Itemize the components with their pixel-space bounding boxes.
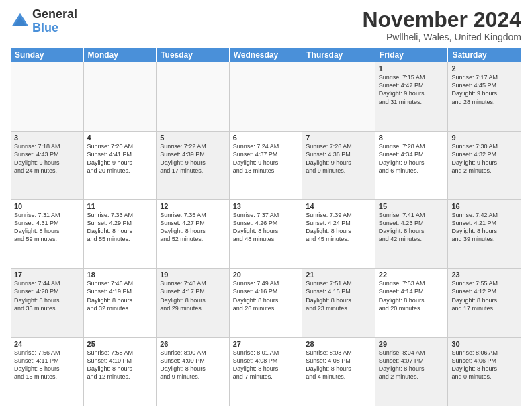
calendar-cell: 17Sunrise: 7:44 AM Sunset: 4:20 PM Dayli… xyxy=(11,269,84,336)
calendar-row-0: 1Sunrise: 7:15 AM Sunset: 4:47 PM Daylig… xyxy=(11,62,521,131)
calendar-cell: 21Sunrise: 7:51 AM Sunset: 4:15 PM Dayli… xyxy=(302,269,375,336)
calendar-cell: 15Sunrise: 7:41 AM Sunset: 4:23 PM Dayli… xyxy=(375,200,449,268)
calendar-cell: 11Sunrise: 7:33 AM Sunset: 4:29 PM Dayli… xyxy=(84,200,157,268)
cell-details: Sunrise: 7:26 AM Sunset: 4:36 PM Dayligh… xyxy=(306,142,371,175)
calendar-row-3: 17Sunrise: 7:44 AM Sunset: 4:20 PM Dayli… xyxy=(11,269,521,337)
cell-details: Sunrise: 7:39 AM Sunset: 4:24 PM Dayligh… xyxy=(306,211,371,244)
logo-blue: Blue xyxy=(32,21,58,34)
day-number: 2 xyxy=(451,64,518,73)
calendar-cell xyxy=(302,62,375,130)
calendar-row-2: 10Sunrise: 7:31 AM Sunset: 4:31 PM Dayli… xyxy=(11,200,521,269)
logo-icon xyxy=(11,12,30,31)
cell-details: Sunrise: 8:00 AM Sunset: 4:09 PM Dayligh… xyxy=(160,349,226,381)
header-sunday: Sunday xyxy=(11,48,84,62)
calendar-cell xyxy=(230,62,303,130)
day-number: 25 xyxy=(87,340,153,348)
day-number: 27 xyxy=(233,340,299,348)
cell-details: Sunrise: 7:55 AM Sunset: 4:12 PM Dayligh… xyxy=(451,279,518,312)
logo-text: General Blue xyxy=(32,8,77,35)
cell-details: Sunrise: 7:20 AM Sunset: 4:41 PM Dayligh… xyxy=(87,142,153,175)
cell-details: Sunrise: 7:41 AM Sunset: 4:23 PM Dayligh… xyxy=(379,211,445,244)
cell-details: Sunrise: 7:56 AM Sunset: 4:11 PM Dayligh… xyxy=(14,349,80,381)
cell-details: Sunrise: 8:03 AM Sunset: 4:08 PM Dayligh… xyxy=(306,349,371,381)
cell-details: Sunrise: 7:31 AM Sunset: 4:31 PM Dayligh… xyxy=(14,211,80,244)
calendar-cell: 23Sunrise: 7:55 AM Sunset: 4:12 PM Dayli… xyxy=(448,269,521,336)
calendar-cell: 14Sunrise: 7:39 AM Sunset: 4:24 PM Dayli… xyxy=(302,200,375,268)
day-number: 14 xyxy=(306,202,371,210)
calendar-cell xyxy=(11,62,84,130)
calendar-cell: 16Sunrise: 7:42 AM Sunset: 4:21 PM Dayli… xyxy=(448,200,521,268)
calendar-cell: 3Sunrise: 7:18 AM Sunset: 4:43 PM Daylig… xyxy=(11,132,84,199)
calendar-cell: 12Sunrise: 7:35 AM Sunset: 4:27 PM Dayli… xyxy=(157,200,230,268)
cell-details: Sunrise: 8:06 AM Sunset: 4:06 PM Dayligh… xyxy=(451,349,518,381)
calendar-cell: 13Sunrise: 7:37 AM Sunset: 4:26 PM Dayli… xyxy=(230,200,303,268)
day-number: 9 xyxy=(451,134,518,142)
calendar-cell: 18Sunrise: 7:46 AM Sunset: 4:19 PM Dayli… xyxy=(84,269,157,336)
cell-details: Sunrise: 7:22 AM Sunset: 4:39 PM Dayligh… xyxy=(160,142,226,175)
calendar-cell: 9Sunrise: 7:30 AM Sunset: 4:32 PM Daylig… xyxy=(448,132,521,199)
day-number: 21 xyxy=(306,271,371,279)
cell-details: Sunrise: 7:42 AM Sunset: 4:21 PM Dayligh… xyxy=(451,211,518,244)
day-number: 17 xyxy=(14,271,80,279)
day-number: 3 xyxy=(14,134,80,142)
day-number: 28 xyxy=(306,340,371,348)
day-number: 19 xyxy=(160,271,226,279)
calendar-cell: 7Sunrise: 7:26 AM Sunset: 4:36 PM Daylig… xyxy=(302,132,375,199)
cell-details: Sunrise: 8:01 AM Sunset: 4:08 PM Dayligh… xyxy=(233,349,299,381)
cell-details: Sunrise: 7:51 AM Sunset: 4:15 PM Dayligh… xyxy=(306,279,371,312)
day-number: 6 xyxy=(233,134,299,142)
cell-details: Sunrise: 7:44 AM Sunset: 4:20 PM Dayligh… xyxy=(14,279,80,312)
header-saturday: Saturday xyxy=(448,48,521,62)
header-wednesday: Wednesday xyxy=(230,48,303,62)
calendar-cell: 22Sunrise: 7:53 AM Sunset: 4:14 PM Dayli… xyxy=(375,269,449,336)
calendar-cell: 30Sunrise: 8:06 AM Sunset: 4:06 PM Dayli… xyxy=(448,338,521,406)
day-number: 13 xyxy=(233,202,299,210)
day-number: 1 xyxy=(379,64,445,73)
month-title: November 2024 xyxy=(362,8,521,32)
day-number: 29 xyxy=(379,340,445,348)
calendar-body: 1Sunrise: 7:15 AM Sunset: 4:47 PM Daylig… xyxy=(11,62,521,406)
logo-general: General xyxy=(32,7,77,21)
calendar-cell: 2Sunrise: 7:17 AM Sunset: 4:45 PM Daylig… xyxy=(448,62,521,130)
header-monday: Monday xyxy=(84,48,157,62)
location: Pwllheli, Wales, United Kingdom xyxy=(362,32,521,42)
day-number: 11 xyxy=(87,202,153,210)
day-number: 23 xyxy=(451,271,518,279)
calendar-cell: 20Sunrise: 7:49 AM Sunset: 4:16 PM Dayli… xyxy=(230,269,303,336)
day-number: 5 xyxy=(160,134,226,142)
cell-details: Sunrise: 7:33 AM Sunset: 4:29 PM Dayligh… xyxy=(87,211,153,244)
cell-details: Sunrise: 7:24 AM Sunset: 4:37 PM Dayligh… xyxy=(233,142,299,175)
calendar-cell: 25Sunrise: 7:58 AM Sunset: 4:10 PM Dayli… xyxy=(84,338,157,406)
day-number: 10 xyxy=(14,202,80,210)
cell-details: Sunrise: 7:37 AM Sunset: 4:26 PM Dayligh… xyxy=(233,211,299,244)
cell-details: Sunrise: 7:35 AM Sunset: 4:27 PM Dayligh… xyxy=(160,211,226,244)
day-number: 18 xyxy=(87,271,153,279)
calendar-cell: 19Sunrise: 7:48 AM Sunset: 4:17 PM Dayli… xyxy=(157,269,230,336)
day-number: 12 xyxy=(160,202,226,210)
cell-details: Sunrise: 7:30 AM Sunset: 4:32 PM Dayligh… xyxy=(451,142,518,175)
cell-details: Sunrise: 7:28 AM Sunset: 4:34 PM Dayligh… xyxy=(379,142,445,175)
cell-details: Sunrise: 7:53 AM Sunset: 4:14 PM Dayligh… xyxy=(379,279,445,312)
calendar-cell: 8Sunrise: 7:28 AM Sunset: 4:34 PM Daylig… xyxy=(375,132,449,199)
cell-details: Sunrise: 7:17 AM Sunset: 4:45 PM Dayligh… xyxy=(451,73,518,106)
calendar-cell xyxy=(84,62,157,130)
header-tuesday: Tuesday xyxy=(157,48,230,62)
calendar-cell: 1Sunrise: 7:15 AM Sunset: 4:47 PM Daylig… xyxy=(375,62,449,130)
day-number: 26 xyxy=(160,340,226,348)
day-number: 24 xyxy=(14,340,80,348)
day-number: 16 xyxy=(451,202,518,210)
cell-details: Sunrise: 7:49 AM Sunset: 4:16 PM Dayligh… xyxy=(233,279,299,312)
day-number: 20 xyxy=(233,271,299,279)
cell-details: Sunrise: 7:58 AM Sunset: 4:10 PM Dayligh… xyxy=(87,349,153,381)
cell-details: Sunrise: 8:04 AM Sunset: 4:07 PM Dayligh… xyxy=(379,349,445,381)
cell-details: Sunrise: 7:15 AM Sunset: 4:47 PM Dayligh… xyxy=(379,73,445,106)
calendar-cell xyxy=(157,62,230,130)
header: General Blue November 2024 Pwllheli, Wal… xyxy=(11,8,521,42)
calendar-row-4: 24Sunrise: 7:56 AM Sunset: 4:11 PM Dayli… xyxy=(11,338,521,406)
day-number: 7 xyxy=(306,134,371,142)
calendar-cell: 5Sunrise: 7:22 AM Sunset: 4:39 PM Daylig… xyxy=(157,132,230,199)
header-thursday: Thursday xyxy=(302,48,375,62)
calendar-cell: 27Sunrise: 8:01 AM Sunset: 4:08 PM Dayli… xyxy=(230,338,303,406)
day-number: 22 xyxy=(379,271,445,279)
calendar-header: Sunday Monday Tuesday Wednesday Thursday… xyxy=(11,48,521,62)
